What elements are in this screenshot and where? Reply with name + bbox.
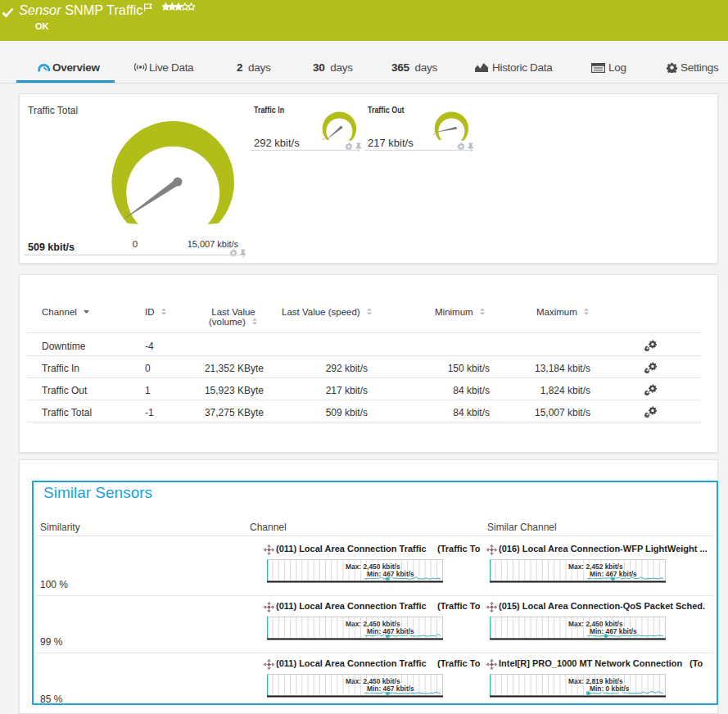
svg-text:Min: 467 kbit/s: Min: 467 kbit/s bbox=[590, 570, 637, 578]
svg-text:Min: 0 kbit/s: Min: 0 kbit/s bbox=[590, 685, 630, 693]
svg-text:Min: 467 kbit/s: Min: 467 kbit/s bbox=[367, 570, 414, 578]
svg-text:Min: 467 kbit/s: Min: 467 kbit/s bbox=[367, 627, 414, 635]
svg-text:Min: 467 kbit/s: Min: 467 kbit/s bbox=[590, 627, 637, 635]
svg-text:Min: 467 kbit/s: Min: 467 kbit/s bbox=[367, 685, 414, 693]
